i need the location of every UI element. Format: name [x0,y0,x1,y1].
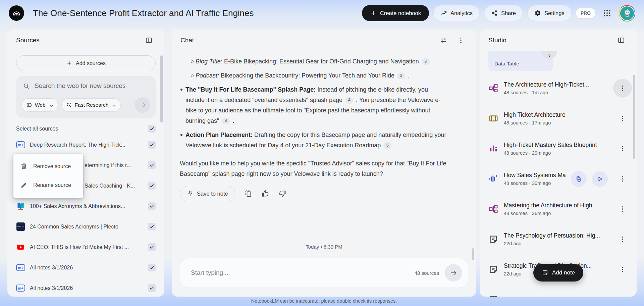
citation-chip[interactable]: 3 [397,72,405,79]
source-row[interactable]: 100+ Sales Acronyms & Abbreviations... [7,196,164,216]
citation-chip[interactable]: 3 [422,58,430,65]
citation-chip[interactable]: 4 [345,97,353,104]
send-message-button[interactable] [445,264,462,282]
robot-avatar-image [620,6,635,21]
sources-scrollbar[interactable] [160,55,163,122]
panel-collapse-icon [618,37,625,44]
collapse-sources-panel-button[interactable] [142,34,156,47]
share-button[interactable]: Share [484,5,523,21]
studio-panel: Data Table Studio The Architecture of Hi… [480,30,637,297]
chat-scrollbar[interactable] [472,248,474,260]
citation-chip[interactable]: 5 [383,142,391,149]
pro-badge: PRO [576,8,595,18]
studio-panel-title: Studio [488,37,506,44]
studio-item-meta: 48 sources · 17m ago [504,120,608,125]
item-menu-button[interactable] [613,200,632,218]
chat-panel-header: Chat [172,30,476,51]
item-menu-button[interactable] [613,260,632,279]
plus-icon [66,60,72,66]
add-sources-button[interactable]: Add sources [16,55,156,71]
sources-count: 48 sources [415,270,439,276]
item-menu-button[interactable] [613,230,632,249]
search-submit-button[interactable] [135,97,150,113]
studio-item-text: High-Ticket Mastery Sales Blueprint48 so… [504,142,608,156]
source-checkbox[interactable] [148,141,156,149]
studio-panel-header: Studio [480,30,637,51]
web-filter-chip[interactable]: Web [21,98,58,112]
tune-icon [440,37,447,44]
chat-input[interactable] [190,269,415,277]
sources-panel-title: Sources [16,37,40,44]
research-mode-chip[interactable]: Fast Research [61,98,121,112]
search-input[interactable] [34,82,149,90]
item-menu-button[interactable] [613,290,632,297]
source-checkbox[interactable] [148,161,156,169]
source-checkbox[interactable] [148,243,156,251]
chat-panel: Chat Blog Title: E-Bike Bikepacking: Ess… [172,30,476,297]
select-all-checkbox[interactable] [148,125,156,133]
source-title: All notes 3/1/2026 [30,285,143,291]
source-checkbox[interactable] [148,264,156,271]
thumbs-down-button[interactable] [278,190,286,198]
studio-scrollbar[interactable] [633,75,635,159]
select-all-sources-row: Select all sources [16,125,156,133]
save-to-note-button[interactable]: Save to note [180,186,235,201]
studio-item[interactable]: Mastering the Architecture of High...48 … [480,194,637,224]
source-checkbox[interactable] [148,202,156,210]
copy-button[interactable] [244,190,252,198]
source-checkbox[interactable] [148,182,156,190]
studio-item[interactable]: High-Ticket Mastery Sales Blueprint48 so… [480,134,637,164]
arrow-right-icon [139,102,146,108]
rename-source-label: Rename source [33,182,71,188]
settings-button[interactable]: Settings [527,5,572,21]
source-row[interactable]: AI CEO: THIS is How I'd Make My First ..… [7,237,164,257]
notebook-title[interactable]: The One-Sentence Profit Extractor and AI… [33,8,254,18]
studio-item[interactable]: High Ticket Architecture48 sources · 17m… [480,103,637,134]
google-apps-button[interactable] [600,6,614,20]
studio-item[interactable]: The Architecture of High-Ticket...48 sou… [480,73,637,103]
studio-item[interactable]: How Sales Systems Map...48 sources · 30m… [480,164,637,194]
source-title: etermining if this r... [85,162,143,168]
sources-panel-header: Sources [7,30,164,51]
studio-item-title: The Acronym Method for Batching... [504,296,608,297]
studio-item[interactable]: The Acronym Method for Batching... [480,285,637,297]
account-avatar[interactable] [619,5,635,21]
source-row[interactable]: m+All notes 3/1/2026 [7,257,164,278]
notebooklm-logo[interactable] [9,5,24,21]
item-menu-button[interactable] [613,139,632,158]
collapse-studio-panel-button[interactable] [614,34,628,47]
chat-timestamp: Today • 6:39 PM [172,244,476,250]
chat-settings-button[interactable] [437,34,450,47]
citation-chip[interactable]: 4 [222,118,230,124]
source-context-menu: Remove source Rename source [13,154,83,198]
source-row[interactable]: PLECTO24 Common Sales Acronyms | Plecto [7,216,164,237]
item-menu-button[interactable] [613,169,632,188]
bullet-marker [191,60,194,63]
source-title: AI CEO: THIS is How I'd Make My First ..… [30,244,143,250]
analytics-button[interactable]: Analytics [433,5,480,21]
workflow-icon [488,83,498,93]
add-note-button[interactable]: Add note [533,264,583,282]
studio-item-text: The Acronym Method for Batching... [504,296,608,297]
studio-item[interactable]: The Psychology of Persuasion: Hig...22d … [480,224,637,254]
source-row[interactable]: m+All notes 3/1/2026 [7,278,164,297]
source-checkbox[interactable] [148,284,156,292]
studio-item-title: High Ticket Architecture [504,111,608,118]
item-menu-button[interactable] [613,109,632,128]
analytics-label: Analytics [450,10,473,16]
studio-item-title: The Architecture of High-Ticket... [504,81,608,88]
source-row[interactable]: m+Deep Research Report: The High-Tick... [7,135,164,155]
share-icon [491,10,498,16]
sources-panel: Sources Add sources Web Fast Research [7,30,164,297]
chat-menu-button[interactable] [454,34,468,47]
chat-bullet: Action Plan Placement: Drafting the copy… [180,130,447,151]
remove-source-menu-item[interactable]: Remove source [13,157,83,176]
settings-label: Settings [544,10,565,16]
interactive-mode-button[interactable] [571,171,587,187]
thumbs-up-button[interactable] [261,190,269,198]
rename-source-menu-item[interactable]: Rename source [13,176,83,195]
play-button[interactable] [592,171,608,187]
item-menu-button[interactable] [613,79,632,98]
create-notebook-button[interactable]: Create notebook [362,5,429,21]
source-checkbox[interactable] [148,223,156,231]
